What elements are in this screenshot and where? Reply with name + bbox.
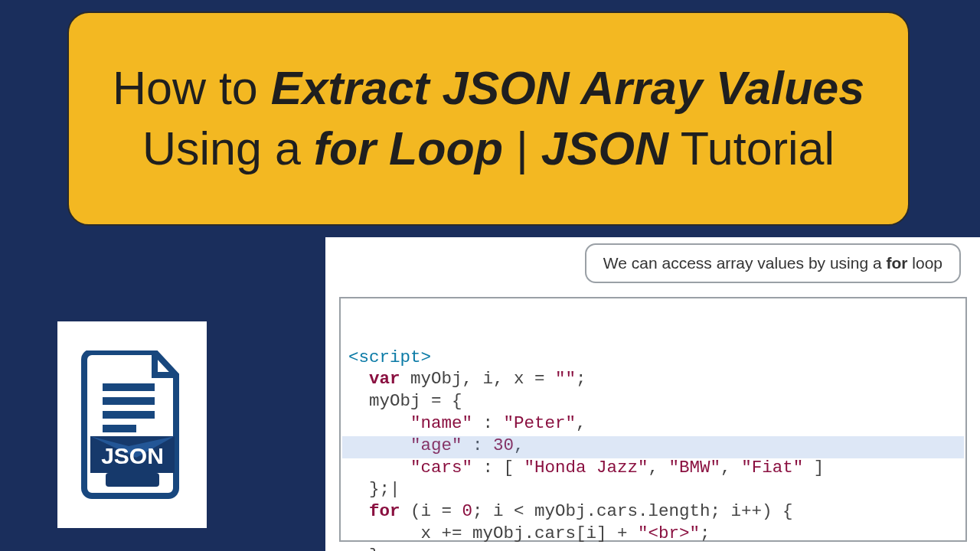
code-l1: <script> bbox=[348, 347, 431, 367]
code-l6f: , bbox=[720, 458, 741, 478]
json-file-icon: JSON bbox=[57, 321, 207, 528]
code-l6c: "Honda Jazz" bbox=[524, 458, 648, 478]
code-l8d: ; i < myObj.cars.length; i++) { bbox=[472, 501, 793, 521]
code-l2c: "" bbox=[555, 369, 576, 389]
code-l2b: myObj, i, x = bbox=[400, 369, 556, 389]
code-l7: };| bbox=[348, 479, 400, 499]
code-l9a: x += myObj.cars[i] + bbox=[348, 523, 638, 543]
code-l6a: "cars" bbox=[348, 458, 472, 478]
code-l4d: , bbox=[576, 413, 586, 433]
title-seg-1: How to bbox=[113, 62, 271, 114]
callout-bold: for bbox=[886, 254, 907, 272]
code-l9c: ; bbox=[700, 523, 710, 543]
code-l8b: (i = bbox=[400, 501, 462, 521]
code-l4a: "name" bbox=[348, 413, 472, 433]
code-l10: } bbox=[348, 546, 380, 551]
code-l6h: ] bbox=[803, 458, 824, 478]
code-snippet: <script> var myObj, i, x = ""; myObj = {… bbox=[339, 297, 967, 542]
code-l2a: var bbox=[348, 369, 400, 389]
code-l6e: "BMW" bbox=[669, 458, 721, 478]
title-seg-6: JSON bbox=[541, 122, 668, 174]
code-l6g: "Fiat" bbox=[741, 458, 803, 478]
code-l5b: : bbox=[462, 435, 494, 455]
svg-rect-6 bbox=[106, 473, 159, 487]
callout-bubble: We can access array values by using a fo… bbox=[585, 243, 961, 283]
code-l5c: 30 bbox=[493, 435, 514, 455]
title-panel: How to Extract JSON Array Values Using a… bbox=[67, 11, 910, 226]
title-text: How to Extract JSON Array Values Using a… bbox=[103, 58, 874, 180]
code-l9b: "<br>" bbox=[638, 523, 700, 543]
callout-pre: We can access array values by using a bbox=[603, 254, 887, 272]
code-l8c: 0 bbox=[462, 501, 473, 521]
title-seg-2: Extract JSON Array Values bbox=[271, 62, 864, 114]
code-l3: myObj = { bbox=[348, 391, 462, 411]
code-l5d: , bbox=[514, 435, 524, 455]
code-card: We can access array values by using a fo… bbox=[325, 237, 980, 551]
code-l8a: for bbox=[348, 501, 400, 521]
title-seg-7: Tutorial bbox=[668, 122, 835, 174]
code-l4b: : bbox=[472, 413, 504, 433]
callout-post: loop bbox=[907, 254, 942, 272]
title-seg-5: | bbox=[503, 122, 541, 174]
code-l5a: "age" bbox=[348, 435, 462, 455]
code-l2d: ; bbox=[576, 369, 586, 389]
title-seg-3: Using a bbox=[142, 122, 314, 174]
code-l4c: "Peter" bbox=[504, 413, 577, 433]
json-icon-label: JSON bbox=[101, 443, 164, 468]
code-l6d: , bbox=[648, 458, 669, 478]
title-seg-4: for Loop bbox=[314, 122, 503, 174]
code-l6b: : [ bbox=[472, 458, 524, 478]
